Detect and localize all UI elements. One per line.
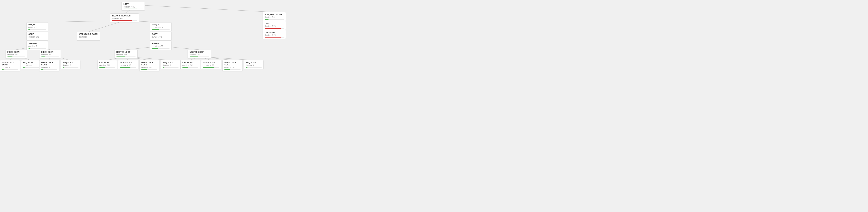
node-index-only-scan-l2-duration: duration: 0: [41, 66, 57, 68]
node-seq-scan-l1[interactable]: SEQ SCAN duration: 0: [21, 60, 41, 69]
node-index-scan-r2-bar: [203, 67, 219, 68]
node-seq-scan-l2-bar: [63, 67, 79, 68]
node-index-scan-l1[interactable]: INDEX SCAN duration: 0.03: [5, 50, 27, 58]
node-cte-scan-r2-duration: duration: 0.02: [182, 64, 198, 66]
connectors: [0, 0, 868, 212]
node-nested-loop-r2-duration: duration: 0.05: [190, 54, 209, 56]
node-index-only-scan-r1-bar: [141, 69, 157, 70]
node-index-only-scan-l2[interactable]: INDEX ONLY SCAN duration: 0: [39, 60, 59, 71]
node-seq-scan-r2-title: SEQ SCAN: [246, 61, 261, 64]
node-index-only-scan-r1[interactable]: INDEX ONLY SCAN duration: 0.02: [140, 60, 159, 71]
node-index-scan-l2-bar: [41, 57, 59, 57]
node-cte-scan-r2-bar: [182, 67, 198, 68]
canvas: LIMIT duration: -0.76 RECURSIVE UNION du…: [0, 0, 868, 212]
node-cte-scan-r1[interactable]: CTE SCAN duration: 0.02: [97, 60, 117, 69]
node-index-only-scan-l2-bar: [41, 69, 57, 70]
node-index-scan-r2-title: INDEX SCAN: [203, 61, 219, 64]
node-sort-left-title: SORT: [28, 33, 46, 35]
node-append-right-duration: duration: 0.02: [152, 45, 169, 47]
node-cte-scan-r2[interactable]: CTE SCAN duration: 0.02: [181, 60, 200, 69]
node-unique-left-bar: [28, 29, 46, 30]
node-subquery-scan-bar: [265, 19, 284, 20]
node-append-left[interactable]: APPEND duration: 0: [26, 41, 48, 50]
node-index-scan-r1[interactable]: INDEX SCAN duration: 0.17: [118, 60, 138, 69]
node-sort-right[interactable]: SORT duration: 0.1: [150, 32, 172, 40]
node-index-only-scan-l1-bar: [2, 69, 18, 70]
node-recursive-union-title: RECURSIVE UNION: [112, 14, 137, 17]
node-index-scan-r1-title: INDEX SCAN: [120, 61, 136, 64]
node-unique-left-duration: duration: 0: [28, 26, 46, 28]
node-append-left-title: APPEND: [28, 42, 46, 44]
node-seq-scan-r1-bar: [163, 67, 179, 68]
node-index-only-scan-l1-title: INDEX ONLY SCAN: [2, 61, 18, 66]
node-unique-right-title: UNIQUE: [152, 24, 169, 26]
svg-line-11: [88, 21, 125, 32]
node-sort-left-duration: duration: 0.02: [28, 36, 46, 38]
node-limit-top-title: LIMIT: [123, 3, 143, 5]
node-seq-scan-l2-title: SEQ SCAN: [63, 61, 79, 64]
node-worktable-scan[interactable]: WORKTABLE SCAN duration: 0: [77, 32, 100, 40]
node-subquery-scan[interactable]: SUBQUERY SCAN duration: 0.01: [262, 12, 286, 21]
node-index-scan-l1-title: INDEX SCAN: [7, 51, 25, 53]
node-subquery-scan-title: SUBQUERY SCAN: [265, 13, 284, 16]
node-index-only-scan-r1-duration: duration: 0.02: [141, 66, 157, 68]
node-cte-scan-top-duration: duration: 0.78: [265, 34, 284, 36]
node-append-right[interactable]: APPEND duration: 0.02: [150, 41, 172, 50]
node-nested-loop-r1-bar: [116, 57, 135, 57]
node-cte-scan-top-title: CTE SCAN: [265, 31, 284, 33]
node-cte-scan-r1-title: CTE SCAN: [99, 61, 115, 64]
node-index-scan-l2-duration: duration: 0.01: [41, 54, 59, 56]
node-index-scan-r2-duration: duration: 0.22: [203, 64, 219, 66]
node-append-right-bar: [152, 48, 169, 49]
node-index-scan-l2-title: INDEX SCAN: [41, 51, 59, 53]
node-limit-top-duration: duration: -0.76: [123, 6, 143, 8]
node-limit-right[interactable]: LIMIT duration: 0.78: [262, 21, 286, 30]
node-nested-loop-r1-title: NESTED LOOP: [116, 51, 135, 53]
node-seq-scan-r1-duration: duration: 0: [163, 64, 179, 66]
node-worktable-scan-title: WORKTABLE SCAN: [79, 33, 98, 35]
node-nested-loop-r1-duration: duration: 0.05: [116, 54, 135, 56]
node-recursive-union[interactable]: RECURSIVE UNION duration: 0.67: [110, 13, 139, 22]
node-cte-scan-r2-title: CTE SCAN: [182, 61, 198, 64]
node-append-right-title: APPEND: [152, 42, 169, 44]
node-subquery-scan-duration: duration: 0.01: [265, 16, 284, 18]
node-index-only-scan-r2-bar: [224, 69, 241, 70]
node-index-only-scan-r2-title: INDEX ONLY SCAN: [224, 61, 241, 66]
node-sort-right-bar: [152, 39, 169, 39]
node-nested-loop-r1[interactable]: NESTED LOOP duration: 0.05: [114, 50, 137, 58]
node-unique-left[interactable]: UNIQUE duration: 0: [26, 22, 48, 31]
node-limit-top-bar: [123, 8, 143, 9]
node-sort-left[interactable]: SORT duration: 0.02: [26, 32, 48, 40]
node-cte-scan-top[interactable]: CTE SCAN duration: 0.78: [262, 30, 286, 39]
node-sort-right-duration: duration: 0.1: [152, 36, 169, 38]
node-index-only-scan-r2[interactable]: INDEX ONLY SCAN duration: 0.02: [222, 60, 243, 71]
node-limit-right-title: LIMIT: [265, 22, 284, 25]
node-limit-right-bar: [265, 28, 284, 29]
node-unique-left-title: UNIQUE: [28, 24, 46, 26]
node-limit-top[interactable]: LIMIT duration: -0.76: [122, 2, 145, 10]
node-unique-right[interactable]: UNIQUE duration: 0.02: [150, 22, 172, 31]
node-nested-loop-r2[interactable]: NESTED LOOP duration: 0.05: [188, 50, 211, 58]
node-unique-right-duration: duration: 0.02: [152, 26, 169, 28]
node-recursive-union-duration: duration: 0.67: [112, 18, 137, 20]
node-index-only-scan-r1-title: INDEX ONLY SCAN: [141, 61, 157, 66]
node-index-only-scan-l1[interactable]: INDEX ONLY SCAN duration: 0: [0, 60, 20, 71]
node-index-scan-l1-bar: [7, 57, 25, 57]
node-index-scan-l2[interactable]: INDEX SCAN duration: 0.01: [39, 50, 61, 58]
node-cte-scan-r1-duration: duration: 0.02: [99, 64, 115, 66]
node-index-scan-r2[interactable]: INDEX SCAN duration: 0.22: [201, 60, 221, 69]
node-append-left-bar: [28, 48, 46, 49]
node-index-only-scan-r2-duration: duration: 0.02: [224, 66, 241, 68]
node-nested-loop-r2-title: NESTED LOOP: [190, 51, 209, 53]
node-seq-scan-l1-title: SEQ SCAN: [23, 61, 39, 64]
node-seq-scan-l2[interactable]: SEQ SCAN duration: 0: [61, 60, 81, 69]
node-sort-right-title: SORT: [152, 33, 169, 35]
node-seq-scan-r1[interactable]: SEQ SCAN duration: 0: [161, 60, 181, 69]
node-seq-scan-l1-bar: [23, 67, 39, 68]
node-worktable-scan-duration: duration: 0: [79, 36, 98, 38]
node-seq-scan-r2[interactable]: SEQ SCAN duration: 0: [244, 60, 264, 69]
node-index-only-scan-l1-duration: duration: 0: [2, 66, 18, 68]
node-index-scan-r1-duration: duration: 0.17: [120, 64, 136, 66]
node-cte-scan-r1-bar: [99, 67, 115, 68]
node-nested-loop-r2-bar: [190, 57, 209, 57]
